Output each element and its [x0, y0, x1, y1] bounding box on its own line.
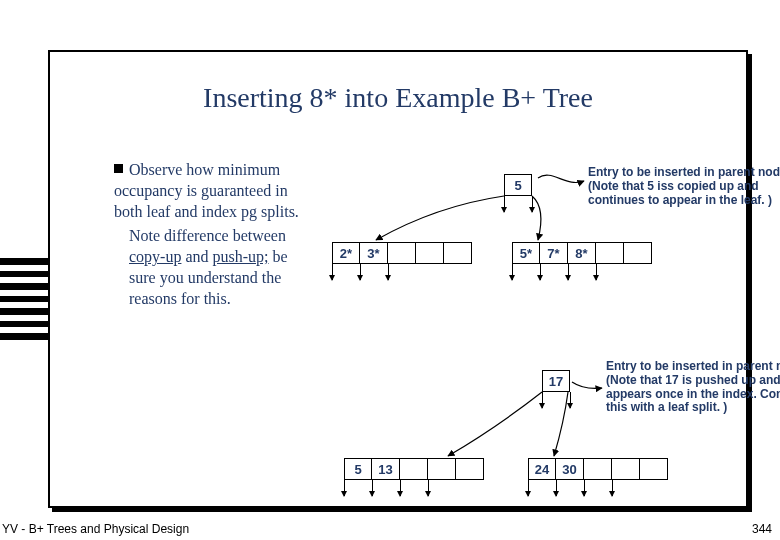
- pointer-icon: [528, 480, 529, 496]
- upper-parent-node: 5: [504, 174, 532, 196]
- pointer-icon: [584, 480, 585, 496]
- pointer-icon: [332, 264, 333, 280]
- diagram-stage: 5 2* 3* 5* 7* 8* Entry to be inserted in…: [316, 158, 780, 538]
- bullet-block: Observe how minimum occupancy is guarant…: [114, 160, 306, 310]
- ann-line: (Note that 5 iss copied up and: [588, 180, 780, 194]
- footer-left: YV - B+ Trees and Physical Design: [2, 522, 189, 536]
- empty-cell: [624, 242, 652, 264]
- slide-title: Inserting 8* into Example B+ Tree: [50, 82, 746, 114]
- pointer-icon: [542, 392, 543, 408]
- pointer-icon: [388, 264, 389, 280]
- note-prefix: Note difference between: [129, 227, 286, 244]
- pointer-icon: [612, 480, 613, 496]
- empty-cell: [428, 458, 456, 480]
- empty-cell: [444, 242, 472, 264]
- pointer-icon: [540, 264, 541, 280]
- pointer-icon: [570, 392, 571, 408]
- bullet-note: Note difference between copy-up and push…: [129, 226, 306, 309]
- pointer-icon: [372, 480, 373, 496]
- upper-annotation: Entry to be inserted in parent node. (No…: [588, 166, 780, 207]
- pointer-icon: [556, 480, 557, 496]
- empty-cell: [612, 458, 640, 480]
- empty-cell: [400, 458, 428, 480]
- key-cell: 5*: [512, 242, 540, 264]
- pointer-icon: [344, 480, 345, 496]
- empty-cell: [456, 458, 484, 480]
- pointer-icon: [400, 480, 401, 496]
- pointer-icon: [428, 480, 429, 496]
- footer-page-number: 344: [752, 522, 772, 536]
- key-cell: 30: [556, 458, 584, 480]
- key-cell: 5: [344, 458, 372, 480]
- lower-parent-node: 17: [542, 370, 570, 392]
- empty-cell: [416, 242, 444, 264]
- decorative-stripes: [0, 258, 52, 336]
- key-cell: 8*: [568, 242, 596, 264]
- copy-up-term: copy-up: [129, 248, 181, 265]
- lower-left-node: 5 13: [344, 458, 484, 480]
- key-cell: 5: [504, 174, 532, 196]
- bullet-icon: [114, 164, 123, 173]
- empty-cell: [640, 458, 668, 480]
- connectors: [316, 158, 780, 538]
- pointer-icon: [532, 196, 533, 212]
- slide-frame: Inserting 8* into Example B+ Tree Observ…: [48, 50, 748, 508]
- pointer-icon: [504, 196, 505, 212]
- pointer-icon: [512, 264, 513, 280]
- ann-line: this with a leaf split. ): [606, 401, 780, 415]
- empty-cell: [596, 242, 624, 264]
- ann-line: Entry to be inserted in parent node.: [606, 360, 780, 374]
- pointer-icon: [360, 264, 361, 280]
- pointer-icon: [568, 264, 569, 280]
- key-cell: 2*: [332, 242, 360, 264]
- empty-cell: [388, 242, 416, 264]
- lower-right-node: 24 30: [528, 458, 668, 480]
- upper-leaf-left: 2* 3*: [332, 242, 472, 264]
- push-up-term: push-up;: [213, 248, 269, 265]
- key-cell: 24: [528, 458, 556, 480]
- lower-annotation: Entry to be inserted in parent node. (No…: [606, 360, 780, 415]
- key-cell: 3*: [360, 242, 388, 264]
- key-cell: 13: [372, 458, 400, 480]
- pointer-icon: [596, 264, 597, 280]
- note-and: and: [181, 248, 212, 265]
- ann-line: appears once in the index. Contrast: [606, 388, 780, 402]
- upper-leaf-right: 5* 7* 8*: [512, 242, 652, 264]
- ann-line: Entry to be inserted in parent node.: [588, 166, 780, 180]
- bullet-main: Observe how minimum occupancy is guarant…: [114, 161, 299, 220]
- empty-cell: [584, 458, 612, 480]
- ann-line: (Note that 17 is pushed up and only: [606, 374, 780, 388]
- key-cell: 7*: [540, 242, 568, 264]
- ann-line: continues to appear in the leaf. ): [588, 194, 780, 208]
- key-cell: 17: [542, 370, 570, 392]
